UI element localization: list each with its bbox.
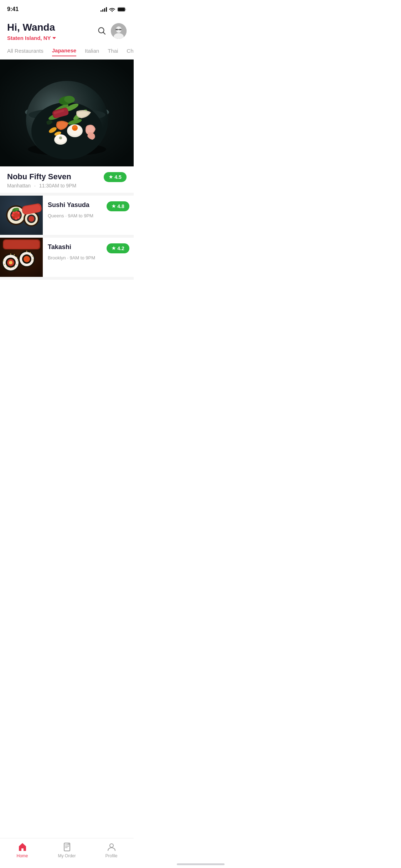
tab-italian[interactable]: Italian [85,48,99,56]
featured-rating: 4.5 [114,174,121,180]
svg-rect-1 [118,7,125,11]
takashi-list-item[interactable]: Takashi ★ 4.2 Brooklyn · 9AM to 9PM [0,238,134,280]
featured-bowl-illustration [0,60,134,166]
main-content: Hi, Wanda Staten Island, NY [0,16,134,310]
status-bar: 9:41 [0,0,134,16]
svg-point-79 [30,252,31,253]
takashi-hours: 9AM to 9PM [70,255,95,260]
meta-dot: · [34,183,36,188]
svg-point-78 [26,250,27,252]
sushi2-image [0,238,43,277]
category-tabs: All Restaurants Japanese Italian Thai Ch… [0,45,134,60]
avatar[interactable] [111,23,127,39]
star-icon: ★ [109,174,113,180]
svg-point-66 [16,257,17,258]
sushi1-image [0,196,43,235]
svg-point-64 [10,253,11,254]
sushi-yasuda-info: Sushi Yasuda ★ 4.8 Queens · 9AM to 9PM [43,196,134,235]
takashi-info: Takashi ★ 4.2 Brooklyn · 9AM to 9PM [43,238,134,277]
svg-rect-9 [118,29,119,30]
greeting: Hi, Wanda [7,21,56,33]
star-icon-3: ★ [112,246,116,251]
battery-icon [117,7,127,12]
svg-point-65 [14,254,15,255]
tab-thai[interactable]: Thai [108,48,118,56]
tab-japanese[interactable]: Japanese [52,47,76,56]
svg-point-69 [14,266,15,267]
svg-point-47 [15,218,17,220]
location-chevron-icon [52,37,56,39]
header-right [97,23,127,39]
featured-restaurant-details: Nobu Fifty Seven Manhattan · 11:30AM to … [7,172,76,188]
featured-image [0,60,134,166]
header-left: Hi, Wanda Staten Island, NY [7,21,56,41]
svg-point-81 [33,259,34,260]
search-button[interactable] [97,26,106,36]
svg-point-77 [24,256,30,262]
sushi-yasuda-rating-badge: ★ 4.8 [107,201,129,211]
svg-point-44 [17,212,20,214]
tab-chinese[interactable]: Chinese [127,48,134,56]
wifi-icon [109,7,115,12]
svg-point-73 [3,260,4,261]
takashi-rating: 4.2 [117,246,124,251]
svg-point-46 [17,217,20,219]
takashi-location: Brooklyn [48,255,66,260]
featured-rating-badge: ★ 4.5 [104,172,127,182]
svg-rect-7 [115,29,118,30]
svg-point-49 [11,214,14,216]
avatar-image [111,23,127,39]
location-text: Staten Island, NY [7,35,51,41]
sushi2-illustration [0,238,43,277]
featured-location: Manhattan [7,183,31,188]
tab-all-restaurants[interactable]: All Restaurants [7,48,43,56]
header: Hi, Wanda Staten Island, NY [0,16,134,45]
sushi-yasuda-name: Sushi Yasuda [48,201,107,209]
search-icon [97,26,106,35]
location-row[interactable]: Staten Island, NY [7,35,56,41]
status-time: 9:41 [7,6,19,12]
featured-restaurant-meta: Manhattan · 11:30AM to 9PM [7,183,76,188]
sushi-yasuda-meta: Queens · 9AM to 9PM [48,213,129,218]
sushi-yasuda-location: Queens [48,213,64,218]
sushi-yasuda-rating: 4.8 [117,203,124,209]
takashi-rating-badge: ★ 4.2 [107,243,129,253]
sushi-yasuda-hours: 9AM to 9PM [68,213,93,218]
svg-point-63 [9,261,12,264]
svg-point-68 [16,264,17,265]
svg-point-70 [10,267,11,268]
takashi-meta: Brooklyn · 9AM to 9PM [48,255,129,260]
svg-rect-8 [119,29,122,30]
sushi1-illustration [0,196,43,235]
svg-line-3 [103,32,106,34]
svg-point-55 [29,216,34,222]
svg-rect-83 [4,240,39,249]
svg-point-71 [7,266,8,267]
svg-point-31 [74,125,76,127]
svg-point-36 [59,136,62,139]
featured-hours: 11:30AM to 9PM [39,183,76,188]
featured-restaurant-info[interactable]: Nobu Fifty Seven Manhattan · 11:30AM to … [0,166,134,196]
svg-point-80 [32,255,33,257]
svg-point-72 [4,264,5,265]
svg-point-48 [12,217,15,219]
svg-point-67 [17,260,19,261]
takashi-header: Takashi ★ 4.2 [48,243,129,253]
sushi-yasuda-thumbnail [0,196,43,235]
status-icons [101,7,127,12]
signal-icon [101,7,107,12]
restaurant-list-item[interactable]: Sushi Yasuda ★ 4.8 Queens · 9AM to 9PM [0,196,134,238]
star-icon-2: ★ [112,203,116,209]
featured-restaurant-name: Nobu Fifty Seven [7,172,76,181]
takashi-name: Takashi [48,243,107,251]
sushi-yasuda-header: Sushi Yasuda ★ 4.8 [48,201,129,211]
svg-point-45 [19,214,21,216]
featured-card[interactable] [0,60,134,166]
takashi-thumbnail [0,238,43,277]
svg-point-42 [12,212,15,214]
